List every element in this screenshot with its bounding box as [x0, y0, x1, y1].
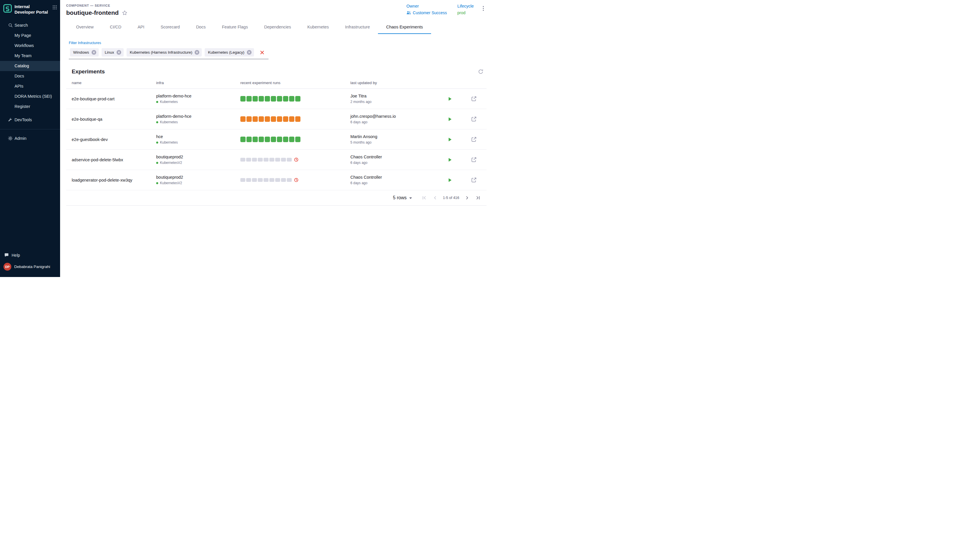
- open-in-new-icon[interactable]: [471, 96, 477, 102]
- chip-remove-icon[interactable]: [117, 50, 121, 55]
- run-status-square[interactable]: [246, 178, 251, 182]
- open-in-new-icon[interactable]: [471, 137, 477, 142]
- run-status-square[interactable]: [259, 96, 264, 102]
- run-status-square[interactable]: [277, 96, 282, 102]
- run-status-square[interactable]: [277, 116, 282, 122]
- run-status-square[interactable]: [283, 116, 288, 122]
- sidebar-item-workflows[interactable]: Workflows: [0, 41, 60, 51]
- sidebar-item-search[interactable]: Search: [0, 20, 60, 30]
- run-status-square[interactable]: [271, 137, 276, 142]
- sidebar-item-dora-metrics-sei[interactable]: DORA Metrics (SEI): [0, 91, 60, 102]
- experiment-name[interactable]: e2e-guestbook-dev: [66, 137, 151, 142]
- help-button[interactable]: Help: [0, 250, 60, 260]
- experiment-name[interactable]: e2e-boutique-qa: [66, 117, 151, 121]
- run-experiment-button[interactable]: [447, 117, 452, 121]
- run-status-square[interactable]: [252, 116, 258, 122]
- run-status-square[interactable]: [240, 137, 246, 142]
- run-status-square[interactable]: [258, 178, 263, 182]
- run-status-square[interactable]: [295, 116, 300, 122]
- run-status-square[interactable]: [263, 178, 268, 182]
- sidebar-item-devtools[interactable]: DevTools: [0, 115, 60, 125]
- run-status-square[interactable]: [240, 96, 246, 102]
- kebab-menu-icon[interactable]: [481, 6, 486, 11]
- filter-chip-linux[interactable]: Linux: [102, 48, 124, 57]
- sidebar-item-catalog[interactable]: Catalog: [0, 61, 60, 71]
- run-status-square[interactable]: [270, 158, 275, 162]
- run-status-square[interactable]: [271, 96, 276, 102]
- run-status-square[interactable]: [281, 158, 286, 162]
- run-status-square[interactable]: [270, 178, 275, 182]
- sidebar-item-admin[interactable]: Admin: [0, 133, 60, 143]
- tab-kubernetes[interactable]: Kubernetes: [299, 20, 337, 34]
- run-status-square[interactable]: [295, 137, 300, 142]
- run-status-square[interactable]: [240, 116, 246, 122]
- apps-grid-icon[interactable]: [52, 5, 57, 11]
- run-status-square[interactable]: [246, 158, 251, 162]
- run-status-square[interactable]: [252, 158, 257, 162]
- sidebar-item-apis[interactable]: APIs: [0, 81, 60, 91]
- run-status-square[interactable]: [252, 178, 257, 182]
- tab-docs[interactable]: Docs: [188, 20, 214, 34]
- harness-logo-icon[interactable]: [3, 4, 12, 13]
- run-status-square[interactable]: [263, 158, 268, 162]
- experiment-name[interactable]: e2e-boutique-prod-cart: [66, 97, 151, 101]
- tab-api[interactable]: API: [129, 20, 152, 34]
- filter-chips-input[interactable]: WindowsLinuxKubernetes (Harness Infrastr…: [69, 48, 268, 59]
- filter-chip-windows[interactable]: Windows: [70, 48, 99, 57]
- run-status-square[interactable]: [265, 137, 270, 142]
- run-status-square[interactable]: [240, 178, 245, 182]
- filter-chip-kubernetes-harness-infrastructure[interactable]: Kubernetes (Harness Infrastructure): [126, 48, 202, 57]
- open-in-new-icon[interactable]: [471, 116, 477, 122]
- tab-chaos-experiments[interactable]: Chaos Experiments: [378, 20, 431, 34]
- run-status-square[interactable]: [246, 96, 252, 102]
- filter-chip-kubernetes-legacy[interactable]: Kubernetes (Legacy): [205, 48, 254, 57]
- tab-overview[interactable]: Overview: [68, 20, 102, 34]
- next-page-button[interactable]: [461, 196, 472, 200]
- open-in-new-icon[interactable]: [471, 177, 477, 183]
- run-status-square[interactable]: [289, 96, 294, 102]
- tab-dependencies[interactable]: Dependencies: [256, 20, 299, 34]
- run-status-square[interactable]: [258, 158, 263, 162]
- run-status-square[interactable]: [275, 178, 280, 182]
- user-profile[interactable]: DP Debabrata Panigrahi: [0, 260, 60, 274]
- last-page-button[interactable]: [472, 196, 484, 200]
- run-status-square[interactable]: [287, 178, 292, 182]
- open-in-new-icon[interactable]: [471, 157, 477, 162]
- run-status-square[interactable]: [246, 116, 252, 122]
- chip-remove-icon[interactable]: [91, 50, 96, 55]
- rows-per-page-select[interactable]: 5 rows: [393, 195, 412, 201]
- sidebar-item-my-team[interactable]: My Team: [0, 51, 60, 61]
- run-status-square[interactable]: [295, 96, 300, 102]
- tab-scorecard[interactable]: Scorecard: [152, 20, 188, 34]
- sidebar-item-docs[interactable]: Docs: [0, 71, 60, 81]
- run-status-square[interactable]: [289, 116, 294, 122]
- run-status-square[interactable]: [289, 137, 294, 142]
- run-experiment-button[interactable]: [447, 97, 452, 101]
- run-experiment-button[interactable]: [447, 158, 452, 162]
- star-icon[interactable]: [122, 10, 128, 16]
- tab-infrastructure[interactable]: Infrastructure: [337, 20, 378, 34]
- run-status-square[interactable]: [246, 137, 252, 142]
- run-status-square[interactable]: [277, 137, 282, 142]
- run-status-square[interactable]: [252, 137, 258, 142]
- experiment-name[interactable]: loadgenerator-pod-delete-xw3qy: [66, 178, 151, 182]
- tab-feature-flags[interactable]: Feature Flags: [214, 20, 256, 34]
- run-status-square[interactable]: [265, 116, 270, 122]
- run-status-square[interactable]: [281, 178, 286, 182]
- run-status-square[interactable]: [252, 96, 258, 102]
- chip-remove-icon[interactable]: [195, 50, 200, 55]
- owner-value[interactable]: Customer Success: [406, 10, 447, 15]
- run-experiment-button[interactable]: [447, 137, 452, 142]
- prev-page-button[interactable]: [429, 196, 441, 200]
- sidebar-item-my-page[interactable]: My Page: [0, 30, 60, 41]
- clear-filters-icon[interactable]: [260, 50, 265, 55]
- run-status-square[interactable]: [259, 116, 264, 122]
- chip-remove-icon[interactable]: [247, 50, 252, 55]
- sidebar-item-register[interactable]: Register: [0, 102, 60, 111]
- tab-ci-cd[interactable]: CI/CD: [102, 20, 129, 34]
- run-status-square[interactable]: [271, 116, 276, 122]
- run-experiment-button[interactable]: [447, 178, 452, 182]
- run-status-square[interactable]: [259, 137, 264, 142]
- refresh-icon[interactable]: [478, 69, 484, 75]
- run-status-square[interactable]: [240, 158, 245, 162]
